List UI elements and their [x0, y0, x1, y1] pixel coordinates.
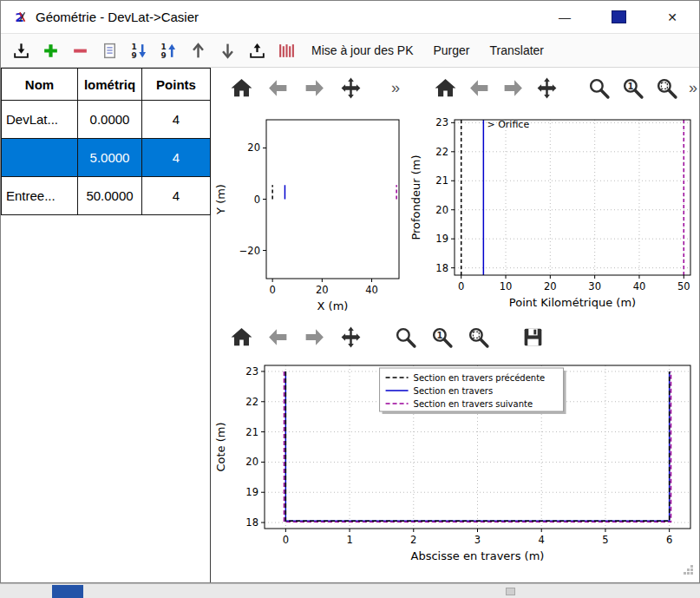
svg-text:23: 23 — [245, 365, 258, 378]
zoom-one-button[interactable] — [429, 324, 455, 350]
svg-text:3: 3 — [474, 534, 481, 546]
svg-text:0: 0 — [458, 280, 464, 292]
forward-button[interactable] — [301, 75, 327, 101]
back-button[interactable] — [265, 75, 291, 101]
import-icon — [12, 42, 30, 60]
toolbar-overflow-chevron[interactable]: » — [689, 79, 697, 97]
cell-points[interactable]: 4 — [142, 177, 211, 215]
table-row-selected[interactable]: 5.0000 4 — [2, 139, 211, 177]
sort-descending-button[interactable] — [155, 37, 182, 63]
update-pk-button[interactable]: Mise à jour des PK — [303, 37, 422, 63]
sort-ascending-button[interactable] — [126, 37, 153, 63]
profile-chart[interactable]: 01020304050181920212223Point Kilométriqu… — [406, 108, 699, 317]
table-row[interactable]: DevLat... 0.0000 4 — [2, 101, 211, 139]
magnifier-select-icon — [655, 76, 678, 100]
cell-pk[interactable]: 50.0000 — [78, 177, 142, 215]
zoom-button[interactable] — [392, 324, 418, 350]
cell-pk[interactable]: 0.0000 — [78, 101, 142, 139]
svg-text:5: 5 — [602, 534, 608, 546]
home-icon — [230, 325, 253, 349]
zoom-button[interactable] — [587, 75, 611, 101]
pk-stripes-button[interactable] — [273, 37, 300, 63]
svg-text:4: 4 — [539, 534, 545, 546]
maximize-button[interactable] — [592, 1, 645, 33]
maximize-icon — [612, 10, 626, 23]
purge-button[interactable]: Purger — [425, 37, 479, 63]
plan-view-chart[interactable]: 02040−20020X (m)Y (m) — [211, 108, 406, 317]
forward-arrow-icon — [501, 76, 525, 100]
svg-text:2: 2 — [410, 534, 416, 546]
profile-block: » 01020304050181920212223Point Kilométri… — [406, 68, 699, 317]
svg-text:22: 22 — [435, 146, 448, 158]
minimize-button[interactable]: — — [538, 1, 592, 33]
svg-text:> Orifice: > Orifice — [487, 119, 529, 130]
forward-arrow-icon — [303, 76, 326, 100]
app-icon: 2 — [10, 8, 28, 26]
svg-text:20: 20 — [245, 456, 258, 468]
svg-text:21: 21 — [435, 174, 448, 187]
zoom-one-button[interactable] — [621, 75, 644, 101]
import-button[interactable] — [8, 37, 35, 63]
home-button[interactable] — [434, 75, 457, 101]
svg-text:30: 30 — [588, 280, 601, 292]
svg-text:Section en travers suivante: Section en travers suivante — [414, 399, 533, 409]
close-button[interactable]: ✕ — [645, 1, 699, 33]
cell-points[interactable]: 4 — [142, 139, 211, 177]
move-down-button[interactable] — [214, 37, 241, 63]
toolbar-overflow-chevron[interactable]: » — [391, 79, 400, 97]
col-header-nom[interactable]: Nom — [2, 69, 78, 101]
resize-grip[interactable] — [684, 565, 694, 575]
plan-toolbar: » — [211, 68, 406, 108]
document-icon — [101, 42, 119, 60]
col-header-pk[interactable]: lométriq — [78, 69, 142, 101]
home-icon — [230, 76, 253, 100]
main-content: Nom lométriq Points DevLat... 0.0000 4 5… — [1, 68, 699, 582]
sort-down-icon — [130, 42, 148, 60]
cross-section-chart[interactable]: 0123456181920212223Abscisse en travers (… — [211, 357, 699, 572]
home-button[interactable] — [228, 324, 254, 350]
translate-button[interactable]: Translater — [481, 37, 553, 63]
edit-values-button[interactable] — [96, 37, 123, 63]
stripes-icon — [278, 42, 296, 60]
minus-icon — [71, 42, 89, 60]
svg-text:0: 0 — [254, 194, 260, 206]
cell-points[interactable]: 4 — [142, 101, 211, 139]
svg-text:21: 21 — [245, 426, 258, 438]
forward-button[interactable] — [301, 324, 327, 350]
add-button[interactable] — [37, 37, 64, 63]
window-controls: — ✕ — [538, 1, 699, 33]
svg-text:23: 23 — [435, 116, 448, 128]
col-header-points[interactable]: Points — [142, 69, 211, 101]
plan-view-block: » 02040−20020X (m)Y (m) — [211, 68, 406, 317]
pan-icon — [535, 76, 559, 100]
cell-nom[interactable]: Entree... — [2, 177, 78, 215]
home-icon — [434, 76, 457, 100]
svg-text:40: 40 — [633, 280, 646, 292]
save-button[interactable] — [520, 324, 546, 350]
remove-button[interactable] — [67, 37, 94, 63]
arrow-up-icon — [189, 42, 207, 60]
export-button[interactable] — [244, 37, 271, 63]
zoom-select-button[interactable] — [465, 324, 491, 350]
pan-button[interactable] — [535, 75, 559, 101]
move-up-button[interactable] — [185, 37, 212, 63]
svg-text:20: 20 — [316, 284, 329, 296]
taskbar-app-button[interactable] — [52, 585, 83, 598]
pan-button[interactable] — [337, 75, 363, 101]
table-row[interactable]: Entree... 50.0000 4 — [2, 177, 211, 215]
back-button[interactable] — [265, 324, 291, 350]
sort-up-icon — [160, 42, 178, 60]
pan-button[interactable] — [337, 324, 363, 350]
export-icon — [248, 42, 266, 60]
cell-pk[interactable]: 5.0000 — [78, 139, 142, 177]
cell-nom[interactable]: DevLat... — [2, 101, 78, 139]
svg-text:Section en travers: Section en travers — [414, 386, 494, 396]
svg-text:Point Kilométrique (m): Point Kilométrique (m) — [509, 296, 636, 309]
svg-text:20: 20 — [247, 141, 260, 154]
cell-nom[interactable] — [2, 139, 78, 177]
forward-button[interactable] — [501, 75, 525, 101]
svg-text:20: 20 — [435, 204, 448, 216]
back-button[interactable] — [468, 75, 491, 101]
zoom-select-button[interactable] — [655, 75, 678, 101]
home-button[interactable] — [228, 75, 254, 101]
